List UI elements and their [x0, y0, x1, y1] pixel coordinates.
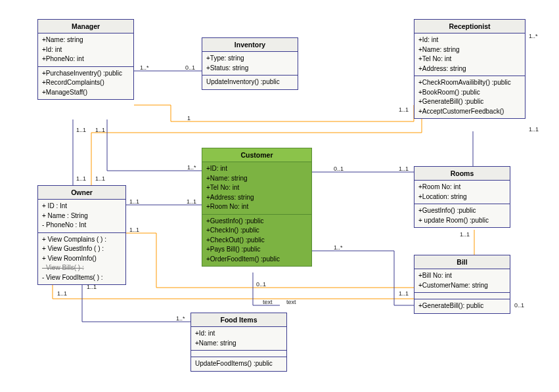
class-title: Bill	[414, 255, 510, 269]
method: +GuestInfo() :public	[206, 217, 307, 227]
attr: +CustomerName: string	[418, 281, 506, 291]
attr: +Bill No: int	[418, 271, 506, 281]
attr: +Address: string	[418, 64, 521, 74]
attr: +Room No: int	[418, 183, 506, 192]
method: +BookRoom() :public	[418, 88, 521, 98]
method: +CheckRoomAvailibilty() :public	[418, 78, 521, 88]
attr: +Name: string	[418, 45, 521, 55]
mult: 1..1	[129, 198, 139, 205]
mult: 1..1	[129, 227, 139, 233]
mult: text	[286, 299, 296, 305]
attr: +Name: string	[195, 339, 282, 349]
attr: +Tel No: int	[206, 183, 307, 193]
attr: +PhoneNo: int	[42, 54, 129, 64]
attr: +ID: int	[206, 164, 307, 174]
methods: + View Complains ( ) : + View GuestInfo …	[38, 233, 125, 285]
method: +GenerateBill(): public	[418, 301, 506, 311]
method: - View Bills( ) :	[42, 263, 122, 273]
attributes: +Id: int +Name: string +Tel No: int +Add…	[414, 33, 525, 76]
attr: + ID : Int	[42, 202, 122, 211]
empty	[414, 293, 510, 299]
attr: +Status: string	[206, 64, 294, 74]
method: +PurchaseInventry() :public	[42, 69, 129, 79]
mult: 1..1	[399, 290, 409, 297]
attr: +Address: string	[206, 193, 307, 203]
method: + View Complains ( ) :	[42, 235, 122, 245]
mult: 1..1	[187, 198, 196, 205]
attr: + Name : String	[42, 211, 122, 221]
method: - View FoodItems( ) :	[42, 273, 122, 283]
methods: UpdateInventory() :public	[202, 76, 298, 89]
class-title: Rooms	[414, 167, 510, 181]
attributes: +ID: int +Name: string +Tel No: int +Add…	[202, 162, 311, 215]
attr: - PhoneNo : Int	[42, 221, 122, 230]
mult: 1..*	[187, 164, 196, 171]
mult: 1..1	[399, 165, 409, 172]
attributes: +Bill No: int +CustomerName: string	[414, 269, 510, 293]
mult: 1..*	[176, 315, 185, 322]
class-manager: Manager +Name: string +Id: int +PhoneNo:…	[37, 19, 134, 100]
attributes: +Room No: int +Location: string	[414, 181, 510, 204]
method: +Pays Bill() :public	[206, 245, 307, 255]
class-owner: Owner + ID : Int + Name : String - Phone…	[37, 185, 126, 285]
method: +CheckIn() :public	[206, 226, 307, 236]
mult: 1..*	[334, 244, 343, 251]
class-title: Food Items	[191, 313, 286, 327]
mult: 1..1	[87, 284, 97, 290]
mult: 0..1	[256, 281, 266, 288]
mult: 1..1	[399, 106, 409, 113]
class-title: Customer	[202, 148, 311, 162]
method: +ManageStaff()	[42, 88, 129, 98]
mult: 0..1	[334, 165, 344, 172]
attributes: +Name: string +Id: int +PhoneNo: int	[38, 33, 133, 67]
mult: text	[263, 299, 273, 305]
methods: +PurchaseInventry() :public +RecordCompl…	[38, 67, 133, 100]
method: +GenerateBill() :public	[418, 97, 521, 107]
methods: +GuestInfo() :public +CheckIn() :public …	[202, 215, 311, 267]
class-title: Receptionist	[414, 20, 525, 33]
mult: 1..1	[57, 290, 67, 297]
attr: +Type: string	[206, 54, 294, 64]
mult: 0..1	[514, 302, 524, 309]
mult: 1..1	[76, 175, 86, 182]
mult: 1	[187, 115, 190, 121]
methods: UpdateFoodItems() :public	[191, 357, 286, 371]
methods: +GuestInfo() :public + update Room() :pu…	[414, 204, 510, 227]
attributes: +Id: int +Name: string	[191, 327, 286, 351]
class-inventory: Inventory +Type: string +Status: string …	[202, 37, 298, 90]
method: +GuestInfo() :public	[418, 206, 506, 216]
attr: +Room No: int	[206, 202, 307, 212]
mult: 1..1	[76, 127, 86, 133]
empty	[191, 351, 286, 357]
method: + View RoomInfo()	[42, 254, 122, 264]
attr: +Name: string	[206, 174, 307, 184]
method: + View GuestInfo ( ) :	[42, 244, 122, 254]
method: +CheckOut() :public	[206, 236, 307, 246]
attr: +Id: int	[195, 329, 282, 339]
attr: +Location: string	[418, 192, 506, 202]
method: UpdateInventory() :public	[206, 77, 294, 87]
class-title: Owner	[38, 186, 125, 200]
attr: +Tel No: int	[418, 54, 521, 64]
methods: +CheckRoomAvailibilty() :public +BookRoo…	[414, 76, 525, 118]
mult: 1..1	[95, 175, 105, 182]
mult: 1..*	[529, 33, 538, 39]
class-bill: Bill +Bill No: int +CustomerName: string…	[414, 255, 510, 314]
mult: 1..1	[460, 231, 470, 238]
mult: 0..1	[185, 64, 195, 71]
mult: 1..*	[140, 64, 149, 71]
method: UpdateFoodItems() :public	[195, 359, 282, 369]
class-receptionist: Receptionist +Id: int +Name: string +Tel…	[414, 19, 525, 119]
methods: +GenerateBill(): public	[414, 299, 510, 313]
method: +AcceptCustomerFeedback()	[418, 107, 521, 117]
method: + update Room() :public	[418, 216, 506, 226]
attributes: +Type: string +Status: string	[202, 52, 298, 76]
method: +RecordComplaints()	[42, 78, 129, 88]
attributes: + ID : Int + Name : String - PhoneNo : I…	[38, 200, 125, 233]
mult: 1..1	[95, 127, 105, 133]
class-title: Inventory	[202, 38, 298, 52]
attr: +Name: string	[42, 35, 129, 45]
attr: +Id: int	[418, 35, 521, 45]
mult: 1..1	[529, 126, 539, 133]
class-fooditems: Food Items +Id: int +Name: string Update…	[190, 313, 287, 372]
